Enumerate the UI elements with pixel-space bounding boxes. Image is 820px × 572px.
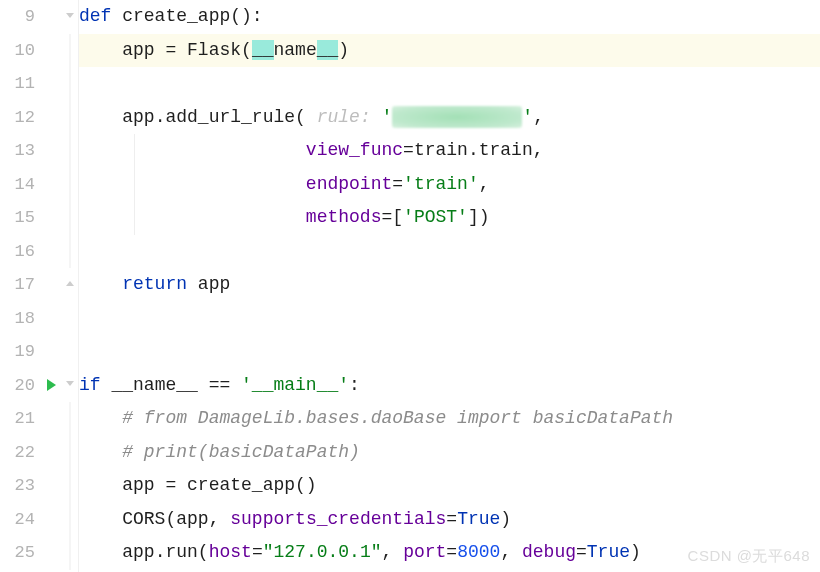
line-number: 17 [0,268,35,302]
redacted-blur [392,106,522,128]
code-line[interactable]: app.add_url_rule( rule: '', [79,101,820,135]
operator: = [165,40,176,60]
call-expression: create_app() [176,475,316,495]
line-number: 24 [0,503,35,537]
code-line[interactable]: def create_app(): [79,0,820,34]
method-call: add_url_rule [165,107,295,127]
line-number: 16 [0,235,35,269]
line-number: 15 [0,201,35,235]
code-line[interactable]: endpoint='train', [79,168,820,202]
identifier: app [122,542,154,562]
fold-toggle[interactable] [62,0,78,34]
selection: __ [252,40,274,60]
play-icon [47,379,56,391]
code-line[interactable]: if __name__ == '__main__': [79,369,820,403]
kwarg-name: supports_credentials [230,509,446,529]
kwarg-name: view_func [306,140,403,160]
method-call: run [165,542,197,562]
line-number-gutter: 9 10 11 12 13 14 15 16 17 18 19 20 21 22… [0,0,40,572]
code-line[interactable]: CORS(app, supports_credentials=True) [79,503,820,537]
line-number: 19 [0,335,35,369]
kwarg-name: methods [306,207,382,227]
punct: (): [230,6,262,26]
number-literal: 8000 [457,542,500,562]
call-expression: CORS [122,509,165,529]
line-number: 22 [0,436,35,470]
function-name: create_app [122,6,230,26]
line-number: 9 [0,0,35,34]
string-literal: 'POST' [403,207,468,227]
punct: ( [241,40,252,60]
run-gutter-icon[interactable] [40,369,62,403]
keyword-true: True [457,509,500,529]
line-number: 10 [0,34,35,68]
line-number: 12 [0,101,35,135]
identifier: app [176,509,208,529]
identifier: app [122,107,154,127]
fold-open-icon [65,12,75,22]
fold-gutter[interactable] [62,0,79,572]
keyword-true: True [587,542,630,562]
identifier: app [122,40,165,60]
code-line[interactable]: # print(basicDataPath) [79,436,820,470]
kwarg-name: host [209,542,252,562]
kwarg-name: endpoint [306,174,392,194]
keyword-def: def [79,6,111,26]
identifier: app [198,274,230,294]
code-line[interactable] [79,67,820,101]
punct: ) [338,40,349,60]
code-line[interactable]: return app [79,268,820,302]
icon-gutter[interactable] [40,0,62,572]
comment: # from DamageLib.bases.daoBase import ba… [122,408,673,428]
identifier: train [479,140,533,160]
code-editor[interactable]: 9 10 11 12 13 14 15 16 17 18 19 20 21 22… [0,0,820,572]
fold-toggle[interactable] [62,369,78,403]
fold-close-icon [62,268,78,302]
line-number: 23 [0,469,35,503]
class-call: Flask [187,40,241,60]
line-number: 21 [0,402,35,436]
watermark: CSDN @无平648 [688,547,810,566]
line-number: 14 [0,168,35,202]
line-number: 20 [0,369,35,403]
string-literal: 'train' [403,174,479,194]
operator: == [198,375,241,395]
identifier: train [414,140,468,160]
keyword-return: return [122,274,187,294]
code-area[interactable]: def create_app(): app = Flask(__name__) … [79,0,820,572]
inlay-hint: rule: [317,107,371,127]
line-number: 13 [0,134,35,168]
line-number: 11 [0,67,35,101]
selection: __ [317,40,339,60]
code-line[interactable]: view_func=train.train, [79,134,820,168]
code-line[interactable]: methods=['POST']) [79,201,820,235]
string-literal: "127.0.0.1" [263,542,382,562]
code-line[interactable]: # from DamageLib.bases.daoBase import ba… [79,402,820,436]
line-number: 18 [0,302,35,336]
code-line[interactable] [79,302,820,336]
line-number: 25 [0,536,35,570]
kwarg-name: port [403,542,446,562]
keyword-if: if [79,375,101,395]
code-line[interactable] [79,335,820,369]
identifier: app [122,475,165,495]
code-line[interactable]: app = create_app() [79,469,820,503]
dunder: __name__ [111,375,197,395]
comment: # print(basicDataPath) [122,442,360,462]
string-literal: '__main__' [241,375,349,395]
code-line-active[interactable]: app = Flask(__name__) [79,34,820,68]
code-line[interactable] [79,235,820,269]
fold-open-icon [65,380,75,390]
kwarg-name: debug [522,542,576,562]
